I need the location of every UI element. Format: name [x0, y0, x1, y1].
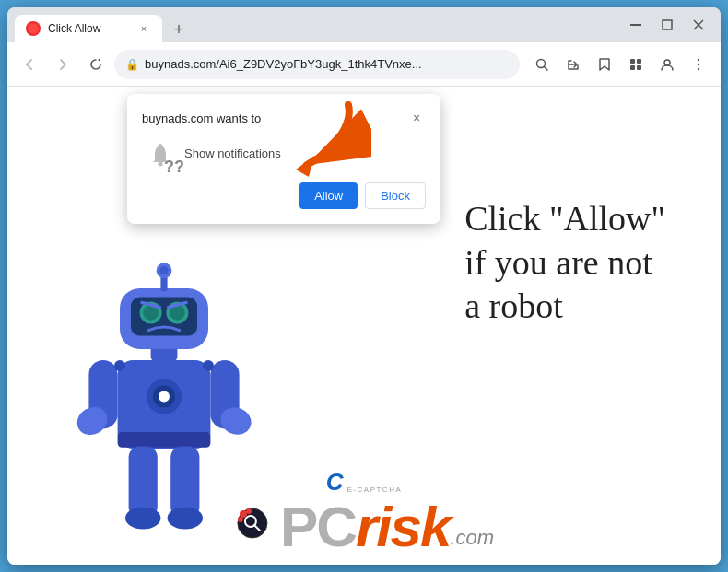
svg-rect-9: [630, 65, 635, 70]
lock-icon: 🔒: [125, 58, 139, 71]
svg-point-50: [246, 508, 252, 514]
svg-point-49: [240, 510, 247, 518]
popup-bell-container: ??: [142, 136, 175, 169]
pcrisk-dotcom-text: .com: [450, 526, 494, 550]
svg-point-51: [238, 517, 243, 522]
svg-point-44: [114, 360, 125, 371]
main-text-line1: Click "Allow": [464, 197, 665, 241]
share-icon[interactable]: [558, 50, 588, 79]
page-content: buynads.com wants to × ?? Show notificat…: [7, 87, 721, 565]
svg-point-42: [125, 508, 160, 530]
svg-point-15: [159, 162, 163, 167]
svg-point-45: [203, 360, 214, 371]
search-icon[interactable]: [527, 50, 557, 79]
title-bar-controls: [621, 16, 713, 34]
block-button[interactable]: Block: [365, 182, 426, 209]
svg-rect-35: [118, 432, 211, 448]
address-bar: 🔒 buynads.com/Ai6_Z9DV2yoFbY3ugk_1thk4TV…: [7, 42, 721, 87]
ecaptcha-logo: C E-CAPTCHA: [326, 468, 403, 496]
question-marks-icon: ??: [164, 158, 184, 177]
pcrisk-logo: PC risk .com: [234, 498, 494, 555]
svg-line-5: [545, 66, 548, 70]
svg-point-13: [698, 63, 699, 64]
svg-rect-8: [637, 59, 641, 64]
svg-point-14: [698, 67, 699, 69]
back-button[interactable]: [15, 50, 44, 79]
main-text-area: Click "Allow" if you are not a robot: [464, 197, 665, 329]
title-bar: Click Allow × +: [7, 7, 721, 42]
svg-rect-7: [630, 59, 635, 64]
refresh-button[interactable]: [81, 50, 111, 79]
window-minimize-icon[interactable]: [621, 16, 651, 34]
popup-buttons: Allow Block: [142, 182, 426, 209]
active-tab[interactable]: Click Allow ×: [15, 15, 162, 42]
extensions-icon[interactable]: [621, 50, 651, 79]
svg-rect-1: [663, 20, 672, 29]
toolbar-icons: [527, 50, 713, 79]
forward-button[interactable]: [48, 50, 77, 79]
svg-point-11: [664, 60, 670, 65]
new-tab-button[interactable]: +: [166, 17, 192, 42]
window-close-icon[interactable]: [684, 16, 713, 34]
popup-close-button[interactable]: ×: [407, 109, 426, 127]
main-text-line2: if you are not: [464, 241, 665, 286]
tab-favicon: [26, 21, 41, 36]
allow-button[interactable]: Allow: [299, 182, 358, 209]
svg-rect-16: [159, 144, 162, 146]
menu-icon[interactable]: [684, 50, 713, 79]
omnibox[interactable]: 🔒 buynads.com/Ai6_Z9DV2yoFbY3ugk_1thk4TV…: [114, 50, 520, 79]
tab-close-button[interactable]: ×: [136, 21, 151, 36]
window-maximize-icon[interactable]: [652, 16, 682, 34]
svg-marker-18: [296, 156, 314, 177]
browser-window: Click Allow × + 🔒: [7, 7, 721, 565]
ecaptcha-letter: C: [326, 468, 344, 496]
main-text-line3: a robot: [464, 285, 665, 329]
pcrisk-risk-text: risk: [356, 498, 450, 555]
orange-arrow-icon: [279, 96, 371, 179]
bookmark-icon[interactable]: [590, 50, 619, 79]
profile-icon[interactable]: [652, 50, 682, 79]
svg-point-30: [159, 266, 169, 275]
svg-marker-6: [600, 59, 609, 70]
watermark-area: C E-CAPTCHA PC risk: [234, 468, 494, 555]
svg-point-12: [698, 58, 699, 60]
svg-point-43: [168, 508, 203, 530]
popup-notification-label: Show notifications: [184, 146, 281, 160]
url-text: buynads.com/Ai6_Z9DV2yoFbY3ugk_1thk4TVnx…: [145, 57, 509, 71]
tab-area: Click Allow × +: [15, 7, 617, 42]
arrow-container: [279, 96, 371, 182]
svg-point-34: [159, 391, 170, 403]
popup-site-text: buynads.com wants to: [142, 111, 261, 125]
svg-rect-10: [637, 65, 641, 70]
ecaptcha-label: E-CAPTCHA: [347, 485, 403, 494]
svg-rect-0: [630, 24, 641, 26]
tab-title: Click Allow: [48, 22, 129, 35]
pcrisk-search-icon: [234, 505, 275, 549]
pcrisk-pc-text: PC: [280, 498, 356, 555]
